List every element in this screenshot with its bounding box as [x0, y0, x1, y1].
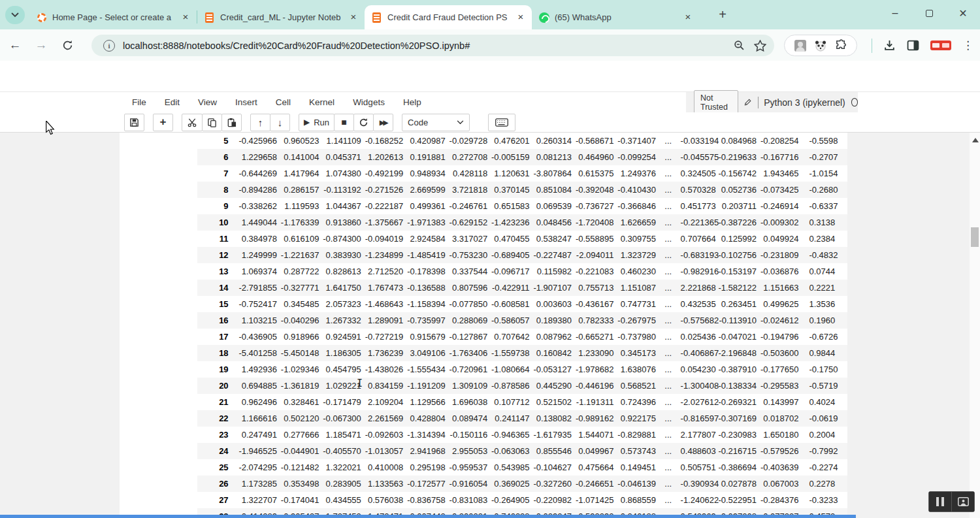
table-cell: 0.383930	[319, 250, 361, 260]
table-cell: -0.727219	[361, 332, 403, 342]
scrollbar-thumb[interactable]	[971, 227, 979, 247]
table-cell: 0.027878	[715, 479, 757, 489]
table-cell: 3.721818	[446, 185, 487, 195]
browser-tab-3[interactable]: Credit Card Fraud Detection PS×	[365, 5, 532, 29]
table-cell: -0.284376	[757, 495, 798, 505]
menu-edit[interactable]: Edit	[155, 93, 189, 111]
browser-tab-1[interactable]: Home Page - Select or create a×	[29, 5, 197, 29]
maximize-button[interactable]	[912, 0, 946, 26]
table-cell: 0.069539	[530, 201, 572, 211]
close-tab-icon[interactable]: ×	[515, 12, 527, 24]
table-cell: 1.129566	[403, 397, 445, 407]
trust-status-button[interactable]: Not Trusted	[694, 90, 738, 115]
menu-help[interactable]: Help	[394, 93, 431, 111]
table-cell: 0.707664	[681, 234, 715, 244]
add-cell-button[interactable]: +	[153, 114, 173, 131]
site-info-icon[interactable]: i	[103, 40, 115, 52]
table-cell: -2.196848	[715, 348, 757, 358]
tab-title: Home Page - Select or create a	[52, 12, 180, 22]
move-up-icon: ↑	[258, 117, 263, 128]
save-button[interactable]	[124, 114, 144, 131]
table-cell: 0.087962	[530, 332, 572, 342]
keyboard-icon	[495, 118, 508, 127]
table-cell: -1.013057	[361, 446, 403, 456]
menu-kernel[interactable]: Kernel	[300, 93, 344, 111]
reload-button[interactable]	[56, 34, 78, 56]
webcam-toggle-button[interactable]	[951, 492, 974, 511]
kernel-status-strip: Not Trusted Python 3 (ipykernel)	[686, 92, 858, 112]
bottom-blue-bar	[0, 515, 856, 518]
menu-widgets[interactable]: Widgets	[344, 93, 394, 111]
close-window-button[interactable]: ✕	[946, 0, 980, 26]
run-button[interactable]: ▶Run	[299, 114, 335, 131]
table-cell: -0.387910	[715, 364, 757, 374]
back-button[interactable]: ←	[4, 34, 26, 56]
stop-button[interactable]: ■	[334, 114, 354, 131]
panda-extension-icon[interactable]	[815, 40, 826, 52]
command-palette-button[interactable]	[488, 114, 515, 131]
table-cell: 0.499625	[757, 299, 798, 309]
menu-insert[interactable]: Insert	[226, 93, 267, 111]
table-cell: 0.476201	[487, 136, 529, 146]
fast-forward-button[interactable]: ▶▶	[373, 114, 393, 131]
table-cell: 0.454795	[319, 364, 361, 374]
table-cell: 0.277666	[277, 430, 319, 440]
minimize-button[interactable]: –	[878, 0, 912, 26]
address-bar[interactable]: i localhost:8888/notebooks/Credit%20Card…	[91, 35, 774, 56]
table-cell: 2.261569	[361, 413, 403, 423]
table-cell: -1.071425	[572, 495, 613, 505]
cell-type-select[interactable]: Code	[402, 114, 470, 131]
restart-button[interactable]	[353, 114, 374, 131]
browser-tab-4[interactable]: (65) WhatsApp×	[532, 5, 699, 29]
menu-cell[interactable]: Cell	[267, 93, 300, 111]
url-text[interactable]: localhost:8888/notebooks/Credit%20Card%2…	[123, 40, 728, 51]
close-tab-icon[interactable]: ×	[682, 12, 694, 24]
jupyter-notebook-icon	[205, 12, 214, 23]
table-cell: 0.260314	[530, 136, 572, 146]
download-icon[interactable]	[883, 39, 896, 52]
close-tab-icon[interactable]: ×	[180, 12, 191, 24]
extensions-puzzle-icon[interactable]	[835, 39, 847, 52]
extension-avatar-icon[interactable]	[794, 40, 806, 52]
table-cell: 0.470455	[487, 234, 529, 244]
table-cell: 0.084968	[715, 136, 757, 146]
table-cell: -1.617935	[530, 430, 572, 440]
extension-badge-icon[interactable]	[930, 40, 951, 50]
table-cell: 0.025436	[681, 332, 715, 342]
pause-recording-button[interactable]	[929, 492, 951, 511]
tab-search-button[interactable]	[5, 6, 25, 24]
row-index: 9	[197, 201, 229, 211]
row-index: 18	[197, 348, 229, 358]
scrollbar-up-arrow-icon[interactable]	[972, 138, 979, 142]
edit-title-pencil-icon[interactable]	[744, 97, 751, 107]
table-cell: 0.616109	[277, 234, 319, 244]
toolbar-group	[124, 114, 144, 131]
copy-cells-button[interactable]	[202, 114, 222, 131]
new-tab-button[interactable]: +	[714, 7, 731, 24]
browser-menu-icon[interactable]: ⋮	[962, 39, 973, 52]
table-cell: -1.191311	[572, 397, 613, 407]
table-cell: -0.267975	[613, 316, 655, 325]
forward-button[interactable]: →	[30, 34, 52, 56]
move-up-button[interactable]: ↑	[250, 114, 270, 131]
table-cell: -0.171479	[319, 397, 361, 407]
menu-view[interactable]: View	[189, 93, 226, 111]
row-index: 19	[197, 364, 229, 374]
table-cell: 0.203711	[715, 201, 757, 211]
paste-cells-button[interactable]	[221, 114, 242, 131]
move-down-button[interactable]: ↓	[270, 114, 290, 131]
cell-type-value: Code	[408, 118, 428, 127]
table-cell: 0.149451	[613, 462, 655, 472]
browser-tab-2[interactable]: Credit_card_ML - Jupyter Noteb×	[197, 5, 365, 29]
bookmark-star-icon[interactable]	[754, 40, 766, 52]
menu-file[interactable]: File	[123, 93, 155, 111]
table-cell: 0.855546	[530, 446, 572, 456]
table-cell: 0.081213	[530, 152, 572, 162]
zoom-icon[interactable]	[734, 40, 745, 51]
side-panel-icon[interactable]	[907, 39, 919, 52]
close-tab-icon[interactable]: ×	[348, 12, 359, 24]
table-cell: 0.960523	[277, 136, 319, 146]
cut-cells-button[interactable]	[182, 114, 203, 131]
extensions-pill	[784, 35, 857, 56]
table-cell: -0.067300	[319, 413, 361, 423]
